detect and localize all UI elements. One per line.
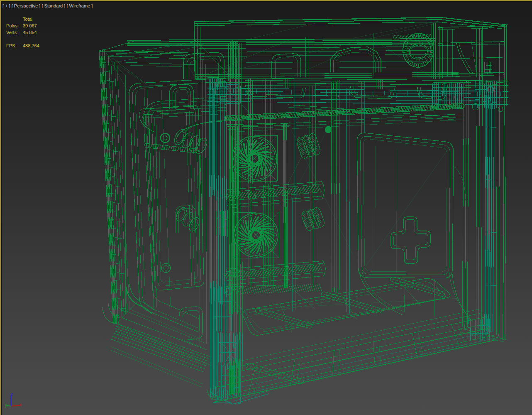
svg-text:y: y [5, 403, 7, 408]
svg-text:x: x [20, 403, 22, 407]
svg-text:z: z [11, 392, 13, 397]
